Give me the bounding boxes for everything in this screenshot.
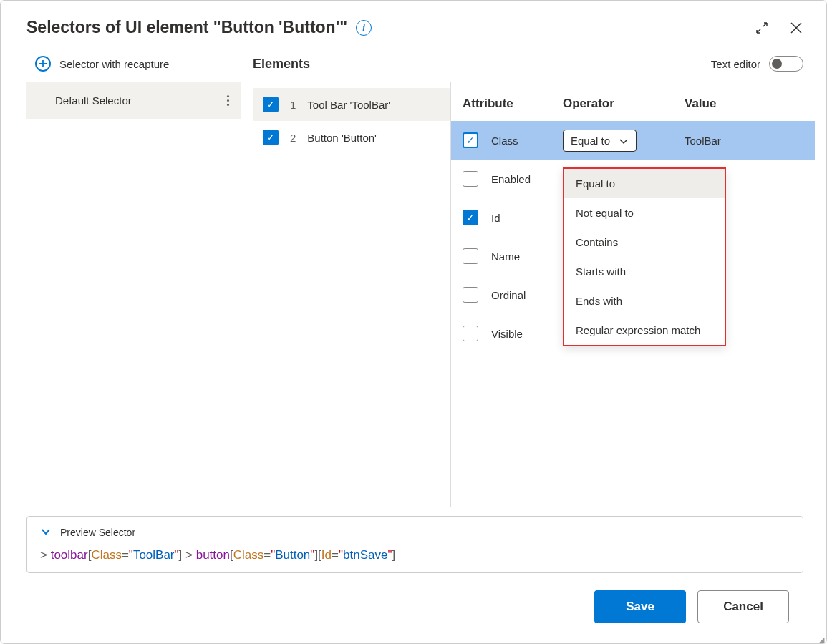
expand-icon[interactable] <box>755 21 769 35</box>
operator-select[interactable]: Equal to <box>563 130 637 152</box>
more-vertical-icon[interactable] <box>224 92 232 109</box>
elements-content: ✓ 1 Tool Bar 'ToolBar' ✓ 2 Button 'Butto… <box>253 82 815 507</box>
attr-checkbox[interactable] <box>463 287 478 303</box>
attr-name: Visible <box>491 328 563 340</box>
attributes-header: Attribute Operator Value <box>451 82 815 121</box>
selector-list-pane: Selector with recapture Default Selector <box>26 46 241 507</box>
col-operator: Operator <box>563 97 685 111</box>
selector-dialog: Selectors of UI element "Button 'Button'… <box>0 0 827 644</box>
attr-checkbox[interactable]: ✓ <box>463 210 478 225</box>
dialog-title: Selectors of UI element "Button 'Button'… <box>26 18 347 37</box>
col-attribute: Attribute <box>463 97 563 111</box>
attribute-row-class[interactable]: ✓ Class Equal to Equal to Not equal to <box>451 121 815 160</box>
attr-name: Class <box>491 135 563 147</box>
dropdown-item[interactable]: Regular expression match <box>564 316 725 345</box>
toggle-knob <box>772 59 782 69</box>
elements-header: Elements Text editor <box>253 46 815 82</box>
operator-dropdown: Equal to Not equal to Contains Starts wi… <box>563 167 726 346</box>
element-row[interactable]: ✓ 2 Button 'Button' <box>253 121 450 154</box>
dropdown-item[interactable]: Not equal to <box>564 198 725 228</box>
text-editor-toggle[interactable] <box>769 56 803 72</box>
element-index: 1 <box>290 99 296 111</box>
chevron-down-icon <box>619 135 629 147</box>
attr-checkbox[interactable] <box>463 326 478 341</box>
elements-pane: Elements Text editor ✓ 1 Tool Bar 'ToolB <box>241 46 815 507</box>
recapture-label: Selector with recapture <box>59 58 169 70</box>
close-icon[interactable] <box>789 21 803 35</box>
attr-name: Id <box>491 212 563 224</box>
dialog-footer: Save Cancel <box>1 573 815 643</box>
preview-title: Preview Selector <box>60 527 135 538</box>
attributes-pane: Attribute Operator Value ✓ Class Equal t… <box>450 82 815 507</box>
element-list: ✓ 1 Tool Bar 'ToolBar' ✓ 2 Button 'Butto… <box>253 82 450 507</box>
preview-header[interactable]: Preview Selector <box>40 527 790 538</box>
attr-name: Ordinal <box>491 289 563 301</box>
dropdown-item[interactable]: Starts with <box>564 257 725 286</box>
elements-title: Elements <box>253 57 310 72</box>
dropdown-item[interactable]: Equal to <box>564 169 725 198</box>
titlebar: Selectors of UI element "Button 'Button'… <box>1 1 826 46</box>
info-icon[interactable]: i <box>356 20 372 36</box>
attr-value[interactable]: ToolBar <box>685 135 803 147</box>
upper-panes: Selector with recapture Default Selector… <box>1 46 815 507</box>
attr-name: Name <box>491 250 563 263</box>
element-row[interactable]: ✓ 1 Tool Bar 'ToolBar' <box>253 88 450 121</box>
chevron-down-icon <box>40 527 52 538</box>
plus-icon <box>35 56 51 72</box>
text-editor-toggle-group: Text editor <box>711 56 803 72</box>
attr-checkbox[interactable]: ✓ <box>463 132 478 148</box>
preview-selector-path: > toolbar[Class="ToolBar"] > button[Clas… <box>40 548 790 562</box>
element-index: 2 <box>290 132 296 144</box>
attr-name: Enabled <box>491 173 563 185</box>
selector-item-default[interactable]: Default Selector <box>26 82 241 119</box>
dropdown-item[interactable]: Ends with <box>564 286 725 316</box>
element-label: Button 'Button' <box>307 132 377 144</box>
save-button[interactable]: Save <box>594 590 686 623</box>
operator-value: Equal to <box>571 135 610 147</box>
selector-with-recapture-button[interactable]: Selector with recapture <box>26 46 241 82</box>
dropdown-item[interactable]: Contains <box>564 228 725 257</box>
resize-grip-icon[interactable]: ◢ <box>818 638 825 642</box>
cancel-button[interactable]: Cancel <box>697 590 789 623</box>
element-checkbox[interactable]: ✓ <box>263 97 279 112</box>
attr-checkbox[interactable] <box>463 248 478 264</box>
selector-name: Default Selector <box>55 94 224 107</box>
preview-selector-box: Preview Selector > toolbar[Class="ToolBa… <box>26 516 803 573</box>
element-checkbox[interactable]: ✓ <box>263 130 279 145</box>
titlebar-actions <box>755 21 803 35</box>
text-editor-label: Text editor <box>711 58 760 70</box>
attr-checkbox[interactable] <box>463 171 478 187</box>
element-label: Tool Bar 'ToolBar' <box>307 99 390 111</box>
dialog-body: Selector with recapture Default Selector… <box>1 46 826 643</box>
col-value: Value <box>685 97 803 111</box>
